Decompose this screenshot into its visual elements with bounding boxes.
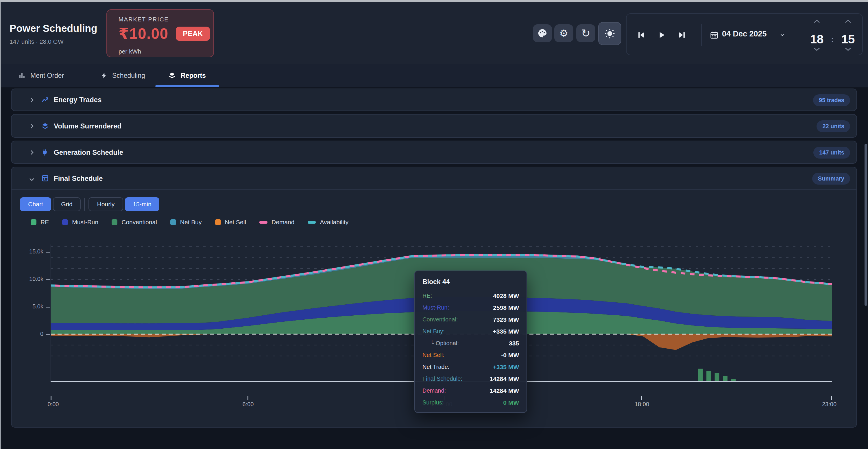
theme-palette-button[interactable] bbox=[533, 24, 552, 42]
calendar-icon bbox=[710, 31, 718, 39]
plug-icon bbox=[41, 148, 49, 156]
x-axis-label: 6:00 bbox=[243, 401, 254, 408]
chevron-right-icon[interactable] bbox=[28, 149, 35, 156]
section-generation-schedule[interactable]: Generation Schedule 147 units bbox=[11, 141, 857, 164]
tooltip-row-net-trade: Net Trade:+335 MW bbox=[423, 361, 519, 373]
tooltip-row-net-buy: Net Buy:+335 MW bbox=[423, 326, 519, 337]
y-tick bbox=[46, 307, 50, 307]
minute-up-button[interactable] bbox=[844, 19, 851, 23]
must-run-swatch bbox=[62, 219, 68, 225]
peak-badge: PEAK bbox=[176, 27, 210, 41]
legend-item-conventional[interactable]: Conventional bbox=[112, 219, 157, 226]
legend-item-net-sell[interactable]: Net Sell bbox=[215, 219, 246, 226]
skip-to-start-button[interactable] bbox=[637, 14, 646, 56]
tooltip-row-surplus: Surplus:0 MW bbox=[423, 397, 519, 409]
layers-icon bbox=[168, 71, 176, 80]
palette-icon bbox=[537, 28, 547, 38]
section-title: Final Schedule bbox=[54, 175, 103, 183]
time-separator: : bbox=[831, 34, 834, 44]
legend-item-re[interactable]: RE bbox=[31, 219, 49, 226]
page-subtitle: 147 units · 28.0 GW bbox=[9, 38, 64, 45]
tab-reports[interactable]: Reports bbox=[168, 64, 206, 87]
tooltip-row-re: RE:4028 MW bbox=[423, 290, 519, 302]
date-dropdown-chevron[interactable] bbox=[779, 14, 785, 56]
calendar-icon bbox=[41, 174, 49, 182]
tooltip-row-demand: Demand:14284 MW bbox=[423, 385, 519, 397]
page-scrollbar-thumb[interactable] bbox=[865, 144, 867, 306]
play-icon bbox=[657, 31, 666, 39]
date-picker[interactable] bbox=[710, 14, 718, 56]
minute-down-button[interactable] bbox=[844, 48, 851, 52]
skip-to-end-button[interactable] bbox=[677, 14, 687, 56]
chevron-right-icon[interactable] bbox=[28, 97, 35, 103]
y-axis-label: 0 bbox=[11, 331, 43, 337]
y-tick bbox=[46, 252, 50, 252]
page-title: Power Scheduling bbox=[9, 23, 97, 34]
chevron-down-icon[interactable] bbox=[28, 176, 35, 183]
hour-up-button[interactable] bbox=[813, 19, 820, 23]
legend-item-availability[interactable]: Availability bbox=[308, 219, 348, 226]
section-badge: 95 trades bbox=[813, 94, 850, 106]
final-schedule-header[interactable]: Final Schedule Summary bbox=[11, 167, 857, 189]
playback-date-panel: 04 Dec 2025 18 : 15 bbox=[626, 13, 863, 55]
hour-value[interactable]: 18 bbox=[810, 32, 824, 46]
y-tick bbox=[46, 279, 50, 280]
net-buy-swatch bbox=[170, 219, 176, 225]
x-axis-label: 23:00 bbox=[822, 401, 836, 408]
date-value[interactable]: 04 Dec 2025 bbox=[722, 30, 767, 38]
refresh-icon: ↻ bbox=[581, 27, 590, 40]
tooltip-row-net-sell: Net Sell:-0 MW bbox=[423, 349, 519, 361]
tab-merit-order[interactable]: Merit Order bbox=[18, 64, 64, 87]
market-price-card: MARKET PRICE ₹10.00 PEAK per kWh bbox=[106, 9, 214, 57]
section-energy-trades[interactable]: Energy Trades 95 trades bbox=[11, 89, 857, 111]
chevron-down-icon bbox=[779, 32, 785, 38]
interval-15min-button[interactable]: 15-min bbox=[125, 197, 159, 211]
play-button[interactable] bbox=[657, 14, 666, 56]
section-badge: 22 units bbox=[816, 120, 850, 132]
chevron-up-icon bbox=[844, 19, 851, 23]
tab-label: Scheduling bbox=[112, 72, 145, 80]
section-title: Generation Schedule bbox=[54, 148, 123, 156]
chevron-right-icon[interactable] bbox=[28, 123, 35, 129]
market-price-unit: per kWh bbox=[119, 48, 141, 55]
interval-hourly-button[interactable]: Hourly bbox=[89, 197, 123, 211]
settings-button[interactable]: ⚙ bbox=[554, 24, 574, 42]
view-chart-button[interactable]: Chart bbox=[20, 197, 51, 211]
section-volume-surrendered[interactable]: Volume Surrendered 22 units bbox=[11, 114, 857, 138]
x-tick bbox=[641, 396, 642, 400]
x-axis-label: 0:00 bbox=[48, 401, 59, 408]
skip-back-icon bbox=[637, 30, 646, 40]
section-badge: Summary bbox=[812, 173, 850, 185]
demand-swatch bbox=[259, 221, 268, 223]
legend-item-must-run[interactable]: Must-Run bbox=[62, 219, 98, 226]
conventional-swatch bbox=[112, 219, 117, 225]
refresh-button[interactable]: ↻ bbox=[576, 24, 595, 42]
y-tick bbox=[46, 334, 50, 335]
chevron-up-icon bbox=[813, 19, 820, 23]
brightness-toggle-button[interactable] bbox=[598, 22, 621, 45]
x-tick bbox=[51, 396, 52, 400]
section-badge: 147 units bbox=[813, 147, 850, 158]
tooltip-title: Block 44 bbox=[423, 278, 519, 286]
minute-value[interactable]: 15 bbox=[841, 32, 855, 46]
block-tooltip: Block 44 RE:4028 MW Must-Run:2598 MW Con… bbox=[414, 270, 527, 413]
trend-up-icon bbox=[41, 96, 49, 104]
chart-legend: RE Must-Run Conventional Net Buy Net Sel… bbox=[31, 219, 348, 226]
active-tab-indicator bbox=[155, 85, 219, 87]
chevron-down-icon bbox=[813, 48, 820, 52]
divider bbox=[798, 24, 798, 46]
net-sell-swatch bbox=[215, 219, 221, 225]
y-axis-label: 10.0k bbox=[11, 276, 43, 282]
sun-icon bbox=[604, 28, 616, 39]
chevron-down-icon bbox=[844, 48, 851, 52]
legend-item-net-buy[interactable]: Net Buy bbox=[170, 219, 202, 226]
tab-scheduling[interactable]: Scheduling bbox=[101, 64, 145, 87]
tooltip-row-optional: └ Optional:335 bbox=[423, 337, 519, 349]
hour-down-button[interactable] bbox=[813, 48, 820, 52]
legend-item-demand[interactable]: Demand bbox=[259, 219, 294, 226]
view-grid-button[interactable]: Grid bbox=[53, 197, 81, 211]
section-title: Volume Surrendered bbox=[54, 122, 121, 130]
tooltip-row-final-schedule: Final Schedule:14284 MW bbox=[423, 373, 519, 385]
power-scheduling-app: Power Scheduling 147 units · 28.0 GW MAR… bbox=[0, 0, 868, 449]
bar-chart-icon bbox=[18, 72, 26, 79]
